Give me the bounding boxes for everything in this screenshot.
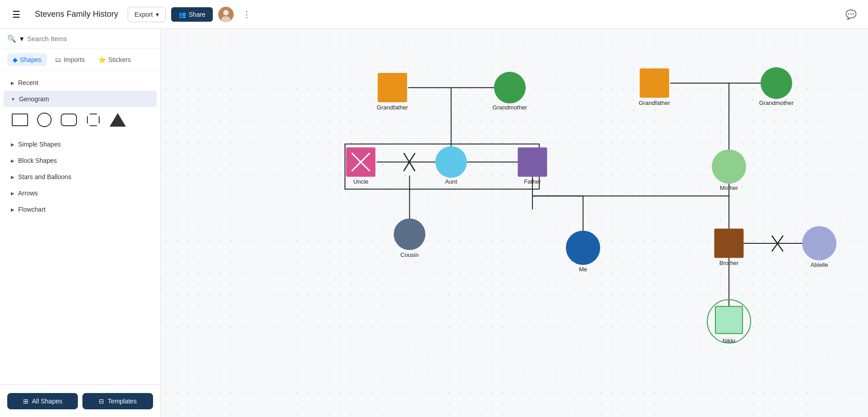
document-title[interactable]: Stevens Family History: [31, 7, 122, 21]
section-arrows[interactable]: ▶ Arrows: [4, 185, 157, 201]
imports-icon: 🗂: [55, 56, 61, 63]
chevron-down-icon: ▼: [11, 97, 15, 102]
preview-octagon[interactable]: [84, 111, 102, 129]
chevron-right-icon: ▶: [11, 175, 14, 180]
templates-button[interactable]: ⊟ Templates: [82, 393, 153, 409]
avatar[interactable]: [218, 7, 234, 22]
chevron-right-icon: ▶: [11, 81, 14, 85]
grandmother1-label: Grandmother: [493, 104, 528, 111]
share-button[interactable]: 👥 Share: [171, 7, 213, 22]
cousin-label: Cousin: [400, 251, 418, 258]
preview-circle[interactable]: [35, 111, 53, 129]
svg-rect-34: [640, 69, 669, 98]
svg-rect-40: [715, 307, 743, 334]
brother-label: Brother: [719, 260, 739, 266]
search-arrow[interactable]: ▾: [20, 34, 24, 43]
section-recent[interactable]: ▶ Recent: [4, 75, 157, 91]
template-icon: ⊟: [99, 398, 104, 405]
svg-rect-25: [378, 73, 407, 102]
export-button[interactable]: Export ▾: [128, 7, 165, 22]
preview-rect[interactable]: [11, 111, 29, 129]
section-flowchart[interactable]: ▶ Flowchart: [4, 201, 157, 218]
tabs: ◆ Shapes 🗂 Imports ⭐ Stickers: [0, 49, 160, 71]
search-icon: 🔍: [7, 34, 16, 43]
svg-point-38: [802, 226, 837, 261]
shape-sections: ▶ Recent ▼ Genogram ▶ Simple Shapes ▶ Bl…: [0, 71, 160, 221]
grandmother2-label: Grandmother: [759, 100, 794, 106]
more-options-button[interactable]: ⋮: [239, 7, 254, 22]
tab-stickers[interactable]: ⭐ Stickers: [93, 53, 136, 66]
grid-icon: ⊞: [23, 398, 29, 405]
tab-shapes[interactable]: ◆ Shapes: [7, 53, 47, 66]
chevron-right-icon: ▶: [11, 207, 14, 212]
preview-rounded-rect[interactable]: [60, 111, 78, 129]
svg-point-33: [566, 231, 600, 265]
father-label: Father: [524, 178, 541, 185]
tab-imports[interactable]: 🗂 Imports: [49, 53, 90, 66]
search-bar: 🔍 ▾: [0, 29, 160, 49]
svg-point-26: [494, 72, 526, 104]
me-label: Me: [579, 266, 587, 273]
share-icon: 👥: [178, 11, 186, 18]
svg-rect-37: [715, 229, 743, 258]
topbar: ☰ Stevens Family History Export ▾ 👥 Shar…: [0, 0, 868, 29]
section-simple-shapes[interactable]: ▶ Simple Shapes: [4, 136, 157, 152]
sidebar-bottom: ⊞ All Shapes ⊟ Templates: [0, 384, 161, 417]
all-shapes-button[interactable]: ⊞ All Shapes: [7, 393, 78, 409]
shapes-icon: ◆: [13, 56, 18, 63]
abielle-label: Abielle: [810, 261, 828, 268]
preview-triangle[interactable]: [109, 111, 127, 129]
section-block-shapes[interactable]: ▶ Block Shapes: [4, 152, 157, 169]
section-genogram[interactable]: ▼ Genogram: [4, 91, 157, 107]
chevron-right-icon: ▶: [11, 158, 14, 163]
uncle-label: Uncle: [353, 178, 368, 185]
svg-point-30: [435, 146, 467, 178]
svg-point-35: [761, 67, 792, 99]
svg-point-1: [223, 10, 229, 15]
aunt-label: Aunt: [445, 178, 457, 185]
menu-button[interactable]: ☰: [7, 5, 25, 24]
stickers-icon: ⭐: [98, 56, 106, 63]
svg-rect-31: [518, 147, 547, 176]
menu-icon: ☰: [12, 9, 20, 20]
chevron-down-icon: ▾: [156, 11, 159, 18]
search-input[interactable]: [27, 35, 153, 43]
chevron-right-icon: ▶: [11, 191, 14, 196]
chevron-right-icon: ▶: [11, 142, 14, 147]
sidebar: 🔍 ▾ ◆ Shapes 🗂 Imports ⭐ Stickers ▶ Rece…: [0, 29, 161, 384]
grandfather2-label: Grandfather: [639, 100, 671, 106]
canvas[interactable]: Grandfather Grandmother Uncle Aunt Fathe…: [161, 29, 868, 417]
svg-point-36: [712, 149, 746, 184]
chat-button[interactable]: 💬: [843, 6, 859, 23]
mother-label: Mother: [720, 185, 739, 191]
svg-point-32: [394, 218, 426, 250]
section-stars-balloons[interactable]: ▶ Stars and Balloons: [4, 169, 157, 185]
grandfather1-label: Grandfather: [377, 104, 408, 111]
nikki-label: Nikki: [723, 337, 735, 344]
shape-previews: [0, 107, 160, 136]
